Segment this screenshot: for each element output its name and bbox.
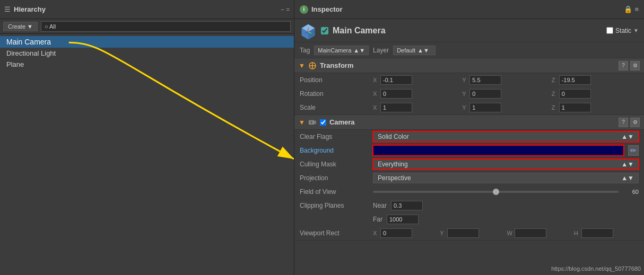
viewport-y-input[interactable] <box>447 228 479 238</box>
background-color-field[interactable] <box>373 145 624 156</box>
scale-x-field: X <box>373 103 460 112</box>
pin-icon: − <box>281 6 284 13</box>
hierarchy-item-plane[interactable]: Plane <box>0 59 294 70</box>
hierarchy-header-controls: − = <box>281 6 290 13</box>
tag-layer-row: Tag MainCamera ▲▼ Layer Default ▲▼ <box>294 42 644 58</box>
viewport-y-field: Y <box>440 228 504 238</box>
position-z-field: Z <box>552 75 639 85</box>
scale-z-input[interactable] <box>559 103 591 112</box>
pos-z-label: Z <box>552 77 558 83</box>
viewport-row: Viewport Rect X Y W H <box>294 226 644 240</box>
inspector-controls: 🔒 ≡ <box>624 5 639 13</box>
clip-far: Far <box>373 215 639 224</box>
background-edit-btn[interactable]: ✏ <box>628 145 639 156</box>
camera-help-btn[interactable]: ? <box>619 118 628 127</box>
inspector-title: Inspector <box>311 5 343 13</box>
scale-y-input[interactable] <box>469 103 501 112</box>
projection-arrow: ▲▼ <box>621 174 634 182</box>
rotation-label: Rotation <box>300 90 369 97</box>
transform-icon <box>308 61 317 70</box>
create-arrow: ▼ <box>27 23 33 30</box>
layer-label: Layer <box>373 47 389 54</box>
clip-near-far: Near <box>373 201 639 210</box>
culling-mask-dropdown[interactable]: Everything ▲▼ <box>373 159 639 170</box>
transform-header-icons: ? ⚙ <box>619 61 640 70</box>
scale-xyz: X Y Z <box>373 103 639 112</box>
static-checkbox[interactable] <box>606 27 613 34</box>
viewport-x-field: X <box>373 228 438 238</box>
hierarchy-item-main-camera[interactable]: Main Camera <box>0 36 294 48</box>
transform-header: ▼ Transform ? ⚙ <box>294 58 644 73</box>
viewport-x-input[interactable] <box>380 228 412 238</box>
camera-toggle[interactable]: ▼ <box>299 119 305 126</box>
scale-x-input[interactable] <box>380 103 412 112</box>
projection-dropdown[interactable]: Perspective ▲▼ <box>373 173 639 183</box>
transform-title: Transform <box>320 61 354 69</box>
clear-flags-arrow: ▲▼ <box>621 133 634 140</box>
inspector-menu-icon[interactable]: ≡ <box>634 5 639 13</box>
rotation-x-input[interactable] <box>380 89 412 99</box>
create-button[interactable]: Create ▼ <box>3 22 38 31</box>
far-input[interactable] <box>387 215 419 224</box>
menu-icon: = <box>286 6 290 13</box>
watermark: https://blog.csdn.net/qq_50777680 <box>551 265 641 272</box>
scale-y-label: Y <box>462 104 468 111</box>
layer-value: Default <box>397 47 415 54</box>
clear-flags-dropdown[interactable]: Solid Color ▲▼ <box>373 131 639 142</box>
fov-label: Field of View <box>300 188 369 196</box>
position-y-input[interactable] <box>469 75 501 85</box>
rotation-xyz: X Y Z <box>373 89 639 99</box>
viewport-xyzw: X Y W H <box>373 228 639 238</box>
transform-help-btn[interactable]: ? <box>619 61 628 70</box>
hierarchy-item-directional-light[interactable]: Directional Light <box>0 48 294 59</box>
viewport-h-label: H <box>574 230 580 236</box>
rot-z-label: Z <box>552 91 558 97</box>
clipping-far-row: Far <box>294 212 644 226</box>
rotation-x-field: X <box>373 89 460 99</box>
hierarchy-icon: ☰ <box>4 5 11 13</box>
create-label: Create <box>8 23 25 30</box>
pos-y-label: Y <box>462 77 468 83</box>
rotation-y-input[interactable] <box>469 89 501 99</box>
tag-arrow: ▲▼ <box>353 47 365 54</box>
camera-header: ▼ Camera ? ⚙ <box>294 115 644 130</box>
viewport-label: Viewport Rect <box>300 229 369 237</box>
lock-icon[interactable]: 🔒 <box>624 5 632 13</box>
rot-y-label: Y <box>462 91 468 97</box>
hierarchy-toolbar: Create ▼ <box>0 19 294 34</box>
layer-dropdown[interactable]: Default ▲▼ <box>393 46 436 55</box>
tag-dropdown[interactable]: MainCamera ▲▼ <box>314 46 369 55</box>
object-name: Main Camera <box>333 26 602 36</box>
clipping-planes-label: Clipping Planes <box>300 202 369 209</box>
inspector-info-icon: i <box>300 5 308 14</box>
camera-section: ▼ Camera ? ⚙ Clear Flags Solid Color ▲▼ … <box>294 115 644 241</box>
transform-settings-btn[interactable]: ⚙ <box>630 61 640 70</box>
fov-slider[interactable] <box>373 191 619 193</box>
hierarchy-header: ☰ Hierarchy − = <box>0 0 294 19</box>
projection-value: Perspective <box>378 174 411 182</box>
inspector-panel: i Inspector 🔒 ≡ Main Camera Static ▼ Tag <box>294 0 644 275</box>
camera-settings-btn[interactable]: ⚙ <box>630 118 640 127</box>
near-input[interactable] <box>391 201 423 210</box>
viewport-w-input[interactable] <box>515 228 546 238</box>
scale-row: Scale X Y Z <box>294 101 644 114</box>
scale-x-label: X <box>373 104 379 111</box>
position-z-input[interactable] <box>559 75 591 85</box>
position-y-field: Y <box>462 75 549 85</box>
object-active-checkbox[interactable] <box>321 27 328 34</box>
scale-z-label: Z <box>552 104 558 111</box>
clear-flags-row: Clear Flags Solid Color ▲▼ <box>294 130 644 144</box>
scale-y-field: Y <box>462 103 549 112</box>
rotation-row: Rotation X Y Z <box>294 87 644 101</box>
fov-thumb <box>493 189 499 195</box>
rotation-z-input[interactable] <box>559 89 591 99</box>
position-x-input[interactable] <box>380 75 412 85</box>
viewport-h-input[interactable] <box>581 228 613 238</box>
camera-active-checkbox[interactable] <box>320 119 326 126</box>
hierarchy-search[interactable] <box>41 21 291 32</box>
transform-toggle[interactable]: ▼ <box>299 62 305 69</box>
pos-x-label: X <box>373 77 379 83</box>
static-dropdown-arrow[interactable]: ▼ <box>633 28 639 33</box>
object-header: Main Camera Static ▼ <box>294 19 644 42</box>
tag-value: MainCamera <box>318 47 351 54</box>
